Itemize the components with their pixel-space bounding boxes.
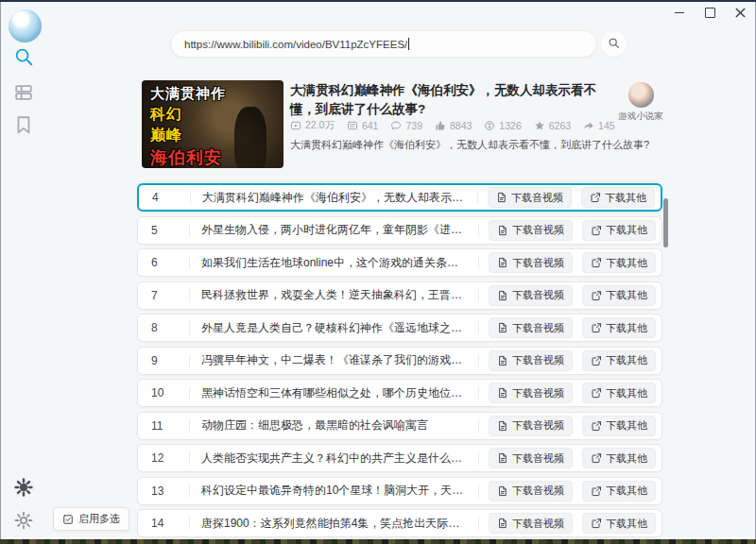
file-icon xyxy=(497,420,508,432)
bookmark-icon[interactable] xyxy=(13,114,34,135)
export-icon xyxy=(591,257,602,268)
divider xyxy=(189,484,190,498)
download-other-button[interactable]: 下载其他 xyxy=(581,187,655,208)
download-av-button[interactable]: 下载音视频 xyxy=(489,350,573,371)
divider xyxy=(478,451,479,465)
row-title: 动物庄园：细思极恐，最黑暗的社会讽喻寓言 xyxy=(201,417,469,434)
stat-item: 22.0万 xyxy=(290,119,335,132)
cards-icon[interactable] xyxy=(13,82,34,103)
download-av-button[interactable]: 下载音视频 xyxy=(488,187,572,208)
video-list-item[interactable]: 4 大满贯科幻巅峰神作《海伯利安》，无数人却表示看不懂，到底讲了什么故... 下… xyxy=(137,183,662,212)
download-other-button[interactable]: 下载其他 xyxy=(582,382,656,403)
scrollbar-thumb[interactable] xyxy=(663,198,668,247)
sidebar xyxy=(0,0,53,539)
video-list-item[interactable]: 14 唐探1900：这系列竟然能拍第4集，笑点抢出天际，但是中印联合反美 下载音… xyxy=(137,509,662,537)
minimize-button[interactable] xyxy=(671,4,688,21)
stat-item: 739 xyxy=(390,120,422,131)
stat-item: 641 xyxy=(347,120,379,131)
row-title: 外星生物入侵，两小时进化两亿年，童年阴影《进化危机》洗发水拯救世界！ xyxy=(201,222,469,238)
app-logo xyxy=(9,9,42,42)
download-av-button[interactable]: 下载音视频 xyxy=(489,285,573,306)
theme-gear-icon[interactable] xyxy=(13,477,34,498)
stat-value: 22.0万 xyxy=(305,119,335,132)
maximize-button[interactable] xyxy=(701,4,718,21)
maximize-icon xyxy=(705,8,715,18)
settings-gear-icon[interactable] xyxy=(13,510,34,531)
row-index: 9 xyxy=(138,354,189,367)
export-icon xyxy=(591,225,602,236)
search-icon[interactable] xyxy=(13,46,34,67)
download-other-button[interactable]: 下载其他 xyxy=(582,481,656,502)
export-icon xyxy=(591,518,602,529)
video-thumbnail[interactable]: 大满贯神作科幻巅峰海伯利安 xyxy=(142,80,284,168)
download-av-button[interactable]: 下载音视频 xyxy=(489,481,573,502)
export-icon xyxy=(591,485,602,497)
video-list-item[interactable]: 5 外星生物入侵，两小时进化两亿年，童年阴影《进化危机》洗发水拯救世界！ 下载音… xyxy=(137,216,662,245)
divider xyxy=(189,419,190,433)
download-other-button[interactable]: 下载其他 xyxy=(582,252,656,273)
window-controls xyxy=(671,4,748,21)
row-index: 13 xyxy=(138,484,189,498)
video-list-item[interactable]: 10 黑神话悟空和三体有哪些相似之处，哪个历史地位更高？ 下载音视频 下载其他 xyxy=(137,379,662,407)
download-other-button[interactable]: 下载其他 xyxy=(582,285,656,306)
text-caret xyxy=(408,38,409,50)
download-other-button[interactable]: 下载其他 xyxy=(582,416,656,436)
enable-multiselect-button[interactable]: 启用多选 xyxy=(53,507,129,531)
file-icon xyxy=(497,225,508,236)
download-av-button[interactable]: 下载音视频 xyxy=(489,448,573,468)
row-index: 10 xyxy=(138,386,189,400)
export-icon xyxy=(591,355,602,366)
divider xyxy=(189,451,190,465)
row-index: 7 xyxy=(138,289,189,302)
url-search-button[interactable] xyxy=(601,31,627,57)
download-av-button[interactable]: 下载音视频 xyxy=(489,220,573,241)
coin-icon xyxy=(484,120,495,131)
video-list-item[interactable]: 6 如果我们生活在地球online中，这个游戏的通关条件是什么？ 下载音视频 下… xyxy=(137,248,662,277)
row-title: 如果我们生活在地球online中，这个游戏的通关条件是什么？ xyxy=(201,255,469,271)
stat-item: 145 xyxy=(583,120,615,131)
row-title: 冯骥早年神文，中二爆表！《谁谋杀了我们的游戏》——资本！ xyxy=(201,352,469,368)
video-list-item[interactable]: 8 外星人竟是人类自己？硬核科幻神作《遥远地球之歌》 下载音视频 下载其他 xyxy=(137,314,662,342)
divider xyxy=(477,191,478,204)
divider xyxy=(189,354,190,367)
export-icon xyxy=(591,420,602,432)
close-button[interactable] xyxy=(731,4,748,21)
uploader[interactable]: 游戏小说家 xyxy=(612,82,669,123)
row-index: 5 xyxy=(138,224,189,237)
video-list-item[interactable]: 7 民科拯救世界，戏耍全人类！逆天抽象科幻，王晋康《逃离母宇宙》 下载音视频 下… xyxy=(137,281,662,310)
stat-value: 1326 xyxy=(499,120,521,131)
download-av-button[interactable]: 下载音视频 xyxy=(489,416,573,436)
row-index: 11 xyxy=(138,419,189,433)
video-list-item[interactable]: 13 科幻设定中最诡异奇特的10个星球！脑洞大开，天马行空！ 下载音视频 下载其… xyxy=(137,477,662,505)
row-title: 民科拯救世界，戏耍全人类！逆天抽象科幻，王晋康《逃离母宇宙》 xyxy=(201,287,469,303)
divider xyxy=(478,289,479,302)
download-av-button[interactable]: 下载音视频 xyxy=(489,252,573,273)
export-icon xyxy=(590,192,601,203)
download-other-button[interactable]: 下载其他 xyxy=(582,317,656,338)
magnifier-icon xyxy=(608,36,620,53)
divider xyxy=(478,386,479,400)
danmaku-icon xyxy=(390,120,402,131)
row-index: 14 xyxy=(138,517,189,530)
row-index: 4 xyxy=(139,191,190,204)
url-input[interactable]: https://www.bilibili.com/video/BV11pZcYF… xyxy=(170,30,597,58)
row-index: 12 xyxy=(138,451,189,465)
download-other-button[interactable]: 下载其他 xyxy=(582,220,656,241)
video-list-item[interactable]: 11 动物庄园：细思极恐，最黑暗的社会讽喻寓言 下载音视频 下载其他 xyxy=(137,412,662,440)
stat-value: 145 xyxy=(598,120,615,131)
video-list-item[interactable]: 12 人类能否实现共产主义？科幻中的共产主义是什么样子？ 下载音视频 下载其他 xyxy=(137,444,662,472)
download-other-button[interactable]: 下载其他 xyxy=(582,350,656,371)
download-av-button[interactable]: 下载音视频 xyxy=(489,513,573,534)
video-list-item[interactable]: 9 冯骥早年神文，中二爆表！《谁谋杀了我们的游戏》——资本！ 下载音视频 下载其… xyxy=(137,347,662,375)
play-icon xyxy=(290,120,301,131)
file-icon xyxy=(497,518,508,529)
video-description: 大满贯科幻巅峰神作《海伯利安》，无数人却表示看不懂，到底讲了什么故事? xyxy=(290,138,668,152)
download-other-button[interactable]: 下载其他 xyxy=(582,448,656,468)
file-icon xyxy=(497,257,508,268)
download-other-button[interactable]: 下载其他 xyxy=(582,513,656,534)
divider xyxy=(189,256,190,269)
download-av-button[interactable]: 下载音视频 xyxy=(489,317,573,338)
row-title: 大满贯科幻巅峰神作《海伯利安》，无数人却表示看不懂，到底讲了什么故... xyxy=(202,190,468,206)
divider xyxy=(190,191,191,204)
download-av-button[interactable]: 下载音视频 xyxy=(489,382,573,403)
